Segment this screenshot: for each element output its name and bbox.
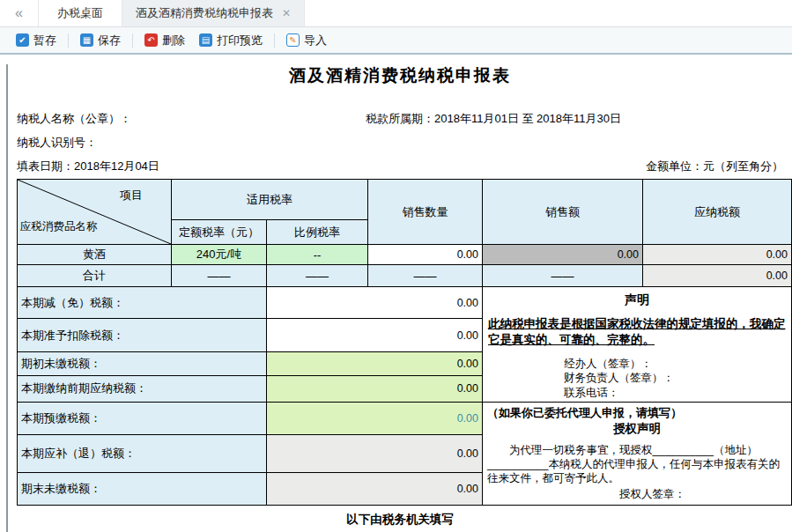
fill-date-value: 2018年12月04日 bbox=[74, 159, 159, 173]
table-row: 本期预缴税额： 0.00 （如果你已委托代理人申报，请填写） 授权声明 为代理一… bbox=[18, 402, 792, 434]
toolbar-separator bbox=[68, 33, 69, 48]
row-label: 本期缴纳前期应纳税额： bbox=[18, 376, 267, 403]
print-preview-label: 打印预览 bbox=[217, 33, 263, 48]
total-sales-qty-cell: —— bbox=[368, 265, 483, 287]
total-label-cell: 合计 bbox=[18, 265, 172, 287]
closing-unpaid-tax-cell: 0.00 bbox=[267, 473, 483, 505]
tax-declaration-table: 项目 应税消费品名称 适用税率 销售数量 销售额 应纳税额 定额税率（元） 比例… bbox=[17, 179, 792, 506]
opening-unpaid-tax-field[interactable]: 0.00 bbox=[267, 352, 483, 376]
delete-icon: ↶ bbox=[144, 33, 158, 47]
authorizer-sign-label: 授权人签章： bbox=[619, 487, 787, 502]
declaration-signers: 经办人（签章）： 财务负责人（签章）： 联系电话： bbox=[564, 357, 786, 400]
row-label: 期末未缴税额： bbox=[18, 473, 267, 505]
import-icon: ✎ bbox=[286, 33, 300, 47]
row-label: 本期预缴税额： bbox=[18, 402, 267, 434]
toolbar-separator bbox=[274, 33, 275, 48]
row-label: 本期应补（退）税额： bbox=[18, 435, 267, 473]
table-row: 本期减（免）税额： 0.00 声明 此纳税申报表是根据国家税收法律的规定填报的，… bbox=[18, 287, 792, 319]
table-row: 黄酒 240元/吨 -- 0.00 0.00 0.00 bbox=[18, 245, 792, 265]
tax-period-value: 2018年11月01日 至 2018年11月30日 bbox=[434, 112, 621, 125]
fixed-rate-cell: 240元/吨 bbox=[172, 245, 267, 265]
close-icon[interactable]: ✕ bbox=[282, 7, 291, 19]
tax-due-refund-cell: 0.00 bbox=[267, 435, 483, 473]
print-icon: ▤ bbox=[199, 33, 212, 47]
declaration-body: 此纳税申报表是根据国家税收法律的规定填报的，我确定它是真实的、可靠的、完整的。 bbox=[488, 316, 786, 347]
item-name-cell: 黄酒 bbox=[18, 245, 172, 265]
tab-label: 办税桌面 bbox=[57, 5, 103, 21]
sales-qty-field[interactable]: 0.00 bbox=[368, 245, 483, 265]
deductible-tax-field[interactable]: 0.00 bbox=[267, 319, 483, 352]
fill-date-label: 填表日期： bbox=[17, 159, 74, 173]
authorization-note: （如果你已委托代理人申报，请填写） bbox=[487, 405, 787, 421]
temp-save-button[interactable]: ✔ 暂存 bbox=[9, 33, 63, 48]
proportional-rate-cell: -- bbox=[267, 245, 368, 265]
declaration-panel: 声明 此纳税申报表是根据国家税收法律的规定填报的，我确定它是真实的、可靠的、完整… bbox=[483, 287, 792, 403]
total-fixed-rate-cell: —— bbox=[172, 265, 267, 287]
save-label: 保存 bbox=[98, 33, 121, 48]
delete-button[interactable]: ↶ 删除 bbox=[137, 33, 192, 48]
header-fixed-rate: 定额税率（元） bbox=[172, 220, 267, 245]
header-applicable-rate: 适用税率 bbox=[172, 180, 368, 220]
authorization-panel: （如果你已委托代理人申报，请填写） 授权声明 为代理一切税务事宜，现授权____… bbox=[483, 402, 792, 505]
contact-phone-label: 联系电话： bbox=[564, 386, 786, 400]
diagonal-line bbox=[18, 180, 171, 244]
total-proportional-rate-cell: —— bbox=[267, 265, 368, 287]
prior-period-paid-field[interactable]: 0.00 bbox=[267, 376, 483, 403]
table-row-total: 合计 —— —— —— —— 0.00 bbox=[18, 265, 792, 287]
save-icon: ▦ bbox=[80, 33, 93, 47]
row-label: 本期准予扣除税额： bbox=[18, 319, 267, 352]
sales-amount-cell: 0.00 bbox=[483, 245, 643, 265]
form-info-section: 纳税人名称（公章）： 税款所属期：2018年11月01日 至 2018年11月3… bbox=[8, 111, 792, 174]
tax-period-label: 税款所属期： bbox=[366, 112, 434, 125]
reduced-tax-field[interactable]: 0.00 bbox=[267, 287, 483, 319]
tab-desktop[interactable]: 办税桌面 bbox=[39, 0, 122, 26]
delete-label: 删除 bbox=[162, 33, 185, 48]
taxpayer-id-label: 纳税人识别号： bbox=[17, 136, 97, 149]
temp-save-icon: ✔ bbox=[16, 33, 29, 47]
tab-label: 酒及酒精消费税纳税申报表 bbox=[136, 5, 273, 21]
declaration-title: 声明 bbox=[488, 292, 786, 308]
tab-bar: « 办税桌面 酒及酒精消费税纳税申报表 ✕ bbox=[0, 0, 792, 27]
header-sales-amount: 销售额 bbox=[483, 180, 643, 245]
content-area: 酒及酒精消费税纳税申报表 纳税人名称（公章）： 税款所属期：2018年11月01… bbox=[0, 64, 792, 532]
authorization-body: 为代理一切税务事宜，现授权__________（地址）__________本纳税… bbox=[487, 443, 787, 486]
header-sales-qty: 销售数量 bbox=[368, 180, 483, 245]
temp-save-label: 暂存 bbox=[33, 33, 56, 48]
collapse-tabs-button[interactable]: « bbox=[0, 0, 39, 26]
print-preview-button[interactable]: ▤ 打印预览 bbox=[192, 33, 270, 48]
page-title: 酒及酒精消费税纳税申报表 bbox=[8, 64, 792, 87]
tax-period: 税款所属期：2018年11月01日 至 2018年11月30日 bbox=[366, 111, 621, 127]
tax-authority-section-note: 以下由税务机关填写 bbox=[8, 512, 792, 528]
row-label: 本期减（免）税额： bbox=[18, 287, 267, 319]
import-button[interactable]: ✎ 导入 bbox=[279, 33, 334, 48]
diagonal-header-cell: 项目 应税消费品名称 bbox=[18, 180, 172, 245]
prepaid-tax-field[interactable]: 0.00 bbox=[267, 402, 483, 434]
toolbar-separator bbox=[132, 33, 133, 48]
amount-unit-note: 金额单位：元（列至角分） bbox=[646, 159, 783, 174]
row-label: 期初未缴税额： bbox=[18, 352, 267, 376]
import-label: 导入 bbox=[304, 33, 327, 48]
toolbar: ✔ 暂存 ▦ 保存 ↶ 删除 ▤ 打印预览 ✎ 导入 bbox=[0, 27, 792, 55]
save-button[interactable]: ▦ 保存 bbox=[73, 33, 128, 48]
total-sales-amount-cell: —— bbox=[483, 265, 643, 287]
authorization-title: 授权声明 bbox=[487, 421, 787, 437]
tab-alcohol-tax-form[interactable]: 酒及酒精消费税纳税申报表 ✕ bbox=[122, 0, 305, 26]
header-project: 项目 bbox=[120, 188, 143, 203]
header-proportional-rate: 比例税率 bbox=[267, 220, 368, 245]
total-tax-payable-cell: 0.00 bbox=[643, 265, 792, 287]
tax-payable-cell: 0.00 bbox=[643, 245, 792, 265]
fill-date: 填表日期：2018年12月04日 bbox=[17, 159, 159, 174]
collapse-icon: « bbox=[15, 5, 23, 21]
info-row: 纳税人名称（公章）： 税款所属期：2018年11月01日 至 2018年11月3… bbox=[17, 111, 783, 127]
header-taxable-goods: 应税消费品名称 bbox=[20, 219, 98, 234]
finance-officer-label: 财务负责人（签章）： bbox=[564, 371, 786, 385]
agent-sign-label: 经办人（签章）： bbox=[564, 357, 786, 371]
header-tax-payable: 应纳税额 bbox=[643, 180, 792, 245]
info-row: 填表日期：2018年12月04日 金额单位：元（列至角分） bbox=[17, 159, 783, 174]
info-row: 纳税人识别号： bbox=[17, 135, 783, 151]
taxpayer-name-label: 纳税人名称（公章）： bbox=[17, 112, 131, 125]
form-panel: 酒及酒精消费税纳税申报表 纳税人名称（公章）： 税款所属期：2018年11月01… bbox=[6, 64, 792, 532]
